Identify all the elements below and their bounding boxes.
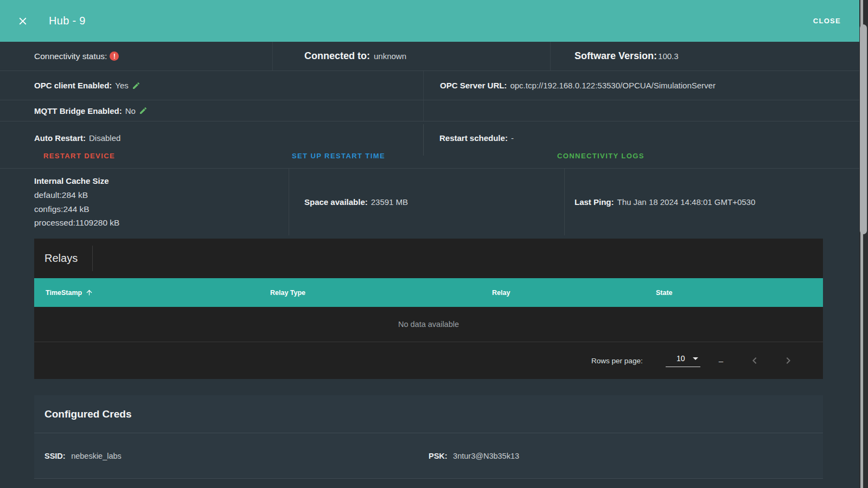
- relays-table-body: No data available: [34, 307, 823, 342]
- edit-pencil-icon: [139, 106, 148, 115]
- cache-configs-value: configs:244 kB: [34, 202, 289, 216]
- edit-opc-client-button[interactable]: [132, 81, 141, 90]
- rows-per-page-select[interactable]: 10: [666, 354, 700, 367]
- connectivity-status-label: Connectivity status:: [34, 52, 107, 61]
- cache-processed-value: processed:1109280 kB: [34, 216, 289, 230]
- restart-section: Auto Restart: Disabled RESTART DEVICE SE…: [0, 121, 859, 169]
- mqtt-bridge-value: No: [125, 106, 136, 115]
- opc-client-value: Yes: [115, 81, 128, 90]
- select-underline: [666, 367, 700, 367]
- no-data-text: No data available: [398, 320, 459, 329]
- column-header-timestamp[interactable]: TimeStamp: [34, 288, 261, 297]
- space-available-label: Space available:: [304, 197, 368, 207]
- psk-label: PSK:: [429, 452, 448, 460]
- previous-page-button[interactable]: [748, 354, 761, 367]
- close-icon: [17, 15, 29, 27]
- configured-creds-title: Configured Creds: [44, 408, 131, 420]
- internal-cache-size-label: Internal Cache Size: [34, 176, 289, 185]
- page-indicator: –: [719, 356, 723, 365]
- ssid-value: nebeskie_labs: [71, 452, 122, 460]
- last-ping-value: Thu Jan 18 2024 14:48:01 GMT+0530: [617, 197, 756, 207]
- close-button[interactable]: CLOSE: [809, 11, 845, 30]
- scrollbar-thumb[interactable]: [860, 24, 867, 234]
- relays-table-header: TimeStamp Relay Type Relay State: [34, 278, 823, 307]
- rows-per-page-value: 10: [676, 354, 685, 363]
- sort-ascending-icon: [85, 288, 93, 297]
- chevron-left-icon: [748, 354, 761, 367]
- dialog-title: Hub - 9: [49, 15, 86, 27]
- restart-schedule-label: Restart schedule:: [439, 133, 508, 143]
- column-header-relay[interactable]: Relay: [483, 289, 647, 297]
- connectivity-warning-icon: !: [110, 52, 119, 61]
- configured-creds-card: Configured Creds SSID: nebeskie_labs PSK…: [34, 395, 823, 479]
- edit-pencil-icon: [132, 81, 141, 90]
- space-available-value: 23591 MB: [371, 197, 408, 207]
- connected-to-value: unknown: [374, 52, 406, 61]
- setup-restart-time-button[interactable]: SET UP RESTART TIME: [292, 152, 385, 160]
- mqtt-bridge-label: MQTT Bridge Enabled:: [34, 106, 122, 115]
- opc-client-label: OPC client Enabled:: [34, 81, 112, 90]
- close-x-button[interactable]: [13, 11, 33, 31]
- dialog-titlebar: Hub - 9 CLOSE: [0, 0, 859, 42]
- psk-value: 3ntur3@N3b35k13: [453, 452, 519, 460]
- relays-title: Relays: [34, 252, 78, 265]
- status-row: Connectivity status: ! Connected to: unk…: [0, 42, 859, 71]
- ssid-label: SSID:: [44, 452, 66, 460]
- auto-restart-label: Auto Restart:: [34, 133, 86, 143]
- chevron-down-icon: [693, 357, 698, 360]
- cache-default-value: default:284 kB: [34, 188, 289, 202]
- vertical-scrollbar-track[interactable]: [859, 0, 868, 488]
- opc-server-url-value: opc.tcp://192.168.0.122:53530/OPCUA/Simu…: [510, 81, 716, 90]
- column-header-relay-type[interactable]: Relay Type: [261, 289, 483, 297]
- column-header-state[interactable]: State: [647, 289, 823, 297]
- restart-device-button[interactable]: RESTART DEVICE: [43, 152, 115, 160]
- edit-mqtt-bridge-button[interactable]: [139, 106, 148, 115]
- chevron-right-icon: [782, 354, 795, 367]
- relays-pagination: Rows per page: 10 –: [34, 342, 823, 379]
- opc-server-url-label: OPC Server URL:: [440, 81, 507, 90]
- next-page-button[interactable]: [782, 354, 795, 367]
- opc-section: OPC client Enabled: Yes OPC Server URL: …: [0, 71, 859, 121]
- cache-section: Internal Cache Size default:284 kB confi…: [0, 169, 859, 235]
- rows-per-page-label: Rows per page:: [591, 357, 643, 365]
- connectivity-logs-button[interactable]: CONNECTIVITY LOGS: [557, 152, 644, 160]
- dialog-content: Hub - 9 CLOSE Connectivity status: ! Con…: [0, 0, 859, 488]
- software-version-label: Software Version:: [575, 50, 657, 62]
- connected-to-label: Connected to:: [304, 50, 370, 62]
- auto-restart-value: Disabled: [89, 133, 120, 143]
- relays-title-divider: [92, 246, 93, 271]
- last-ping-label: Last Ping:: [575, 197, 614, 207]
- restart-schedule-value: -: [511, 133, 514, 143]
- relays-card: Relays TimeStamp Relay Type Relay State: [34, 239, 823, 379]
- hub-details-dialog: Hub - 9 CLOSE Connectivity status: ! Con…: [0, 0, 868, 488]
- software-version-value: 100.3: [658, 52, 679, 61]
